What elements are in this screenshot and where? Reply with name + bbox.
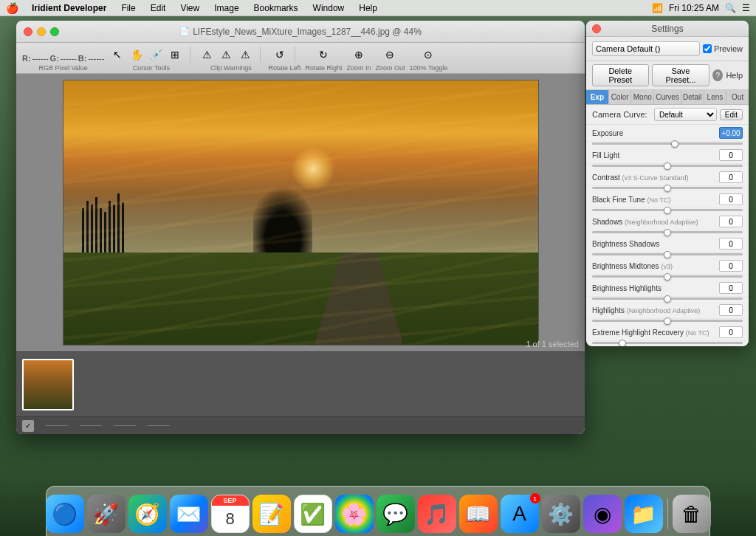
menubar-help[interactable]: Help xyxy=(353,1,383,15)
window-close-button[interactable] xyxy=(24,27,32,36)
dock-item-photos[interactable]: 🌸 xyxy=(335,495,374,533)
slider-thumb-3[interactable] xyxy=(664,207,671,214)
slider-container-5[interactable] xyxy=(586,252,749,258)
slider-thumb-4[interactable] xyxy=(664,229,671,236)
menubar-view[interactable]: View xyxy=(174,1,205,15)
slider-container-8[interactable] xyxy=(586,319,749,324)
rotate-left-button[interactable]: ↺ xyxy=(271,47,289,63)
slider-track-9[interactable] xyxy=(592,342,743,344)
help-button[interactable]: ? xyxy=(712,69,723,81)
menubar-file[interactable]: File xyxy=(115,1,141,15)
slider-value-3[interactable] xyxy=(719,193,743,205)
tab-out[interactable]: Out xyxy=(726,90,749,104)
slider-container-3[interactable] xyxy=(586,208,749,213)
dock-item-sysprefs[interactable]: ⚙️ xyxy=(542,495,580,533)
slider-value-1[interactable] xyxy=(719,149,743,161)
slider-value-7[interactable] xyxy=(719,282,743,294)
clip-warn-3-button[interactable]: ⚠ xyxy=(236,47,254,63)
hand-tool-button[interactable]: ✋ xyxy=(128,47,145,63)
slider-value-6[interactable] xyxy=(719,260,743,272)
slider-track-1[interactable] xyxy=(592,165,743,167)
tab-exp[interactable]: Exp xyxy=(586,90,609,104)
slider-track-5[interactable] xyxy=(592,253,743,255)
slider-value-5[interactable] xyxy=(719,238,743,250)
slider-track-8[interactable] xyxy=(592,320,743,322)
camera-edit-button[interactable]: Edit xyxy=(720,109,743,120)
slider-thumb-2[interactable] xyxy=(664,185,671,192)
arrow-tool-button[interactable]: ↖ xyxy=(109,47,126,63)
slider-track-2[interactable] xyxy=(592,187,743,189)
clip-warn-1-button[interactable]: ⚠ xyxy=(198,47,216,63)
dock-item-books[interactable]: 📖 xyxy=(459,495,498,533)
apple-menu[interactable]: 🍎 xyxy=(6,2,18,14)
slider-track-6[interactable] xyxy=(592,275,743,278)
preset-select[interactable]: Camera Default () xyxy=(592,41,700,56)
slider-value-9[interactable] xyxy=(719,326,743,338)
slider-track-4[interactable] xyxy=(592,231,743,233)
slider-thumb-6[interactable] xyxy=(664,273,671,281)
slider-container-9[interactable] xyxy=(586,341,749,346)
tab-color[interactable]: Color xyxy=(609,90,632,104)
tab-curves[interactable]: Curves xyxy=(654,90,681,104)
dock-item-finder[interactable]: 🔵 xyxy=(46,495,84,533)
dock-item-reminders[interactable]: ✅ xyxy=(294,495,332,533)
tab-detail[interactable]: Detail xyxy=(681,90,704,104)
window-minimize-button[interactable] xyxy=(37,27,46,36)
canvas-area[interactable]: 1 of 1 selected xyxy=(16,74,585,351)
settings-close-button[interactable] xyxy=(592,24,601,33)
slider-container-0[interactable] xyxy=(586,142,749,147)
dock-item-notes[interactable]: 📝 xyxy=(252,495,291,533)
slider-container-7[interactable] xyxy=(586,297,749,302)
slider-container-6[interactable] xyxy=(586,275,749,280)
preview-checkbox[interactable] xyxy=(703,44,712,53)
dock-item-mail[interactable]: ✉️ xyxy=(170,495,208,533)
menubar-image[interactable]: Image xyxy=(208,1,244,15)
dock-item-appstore[interactable]: A1 xyxy=(501,495,539,533)
clip-warn-2-button[interactable]: ⚠ xyxy=(217,47,235,63)
menu-extras-icon[interactable]: ☰ xyxy=(742,3,750,13)
slider-thumb-8[interactable] xyxy=(664,317,671,325)
slider-value-0[interactable] xyxy=(719,127,743,139)
search-icon[interactable]: 🔍 xyxy=(725,3,736,13)
delete-preset-button[interactable]: Delete Preset xyxy=(592,64,649,86)
slider-container-1[interactable] xyxy=(586,164,749,169)
bottom-icon-1[interactable]: ✓ xyxy=(22,420,34,432)
dock-item-music[interactable]: 🎵 xyxy=(418,495,456,533)
rotate-right-button[interactable]: ↻ xyxy=(315,47,332,63)
menubar-edit[interactable]: Edit xyxy=(145,1,172,15)
camera-curve-select[interactable]: Default xyxy=(654,108,717,121)
slider-value-8[interactable] xyxy=(719,304,743,316)
dock-item-safari[interactable]: 🧭 xyxy=(128,495,167,533)
slider-container-4[interactable] xyxy=(586,230,749,236)
slider-thumb-1[interactable] xyxy=(664,162,671,170)
dock-item-messages[interactable]: 💬 xyxy=(377,495,415,533)
wifi-icon[interactable]: 📶 xyxy=(652,3,663,13)
slider-track-3[interactable] xyxy=(592,209,743,211)
dock-item-calendar[interactable]: SEP 8 xyxy=(211,495,250,533)
zoom-in-button[interactable]: ⊕ xyxy=(350,47,368,63)
crop-tool-button[interactable]: ⊞ xyxy=(166,47,184,63)
zoom-out-button[interactable]: ⊖ xyxy=(381,47,399,63)
slider-track-7[interactable] xyxy=(592,298,743,300)
dock-item-launchpad[interactable]: 🚀 xyxy=(87,495,126,533)
dock-item-trash[interactable]: 🗑 xyxy=(673,495,711,533)
eyedropper-tool-button[interactable]: 💉 xyxy=(147,47,165,63)
slider-container-2[interactable] xyxy=(586,186,749,191)
menubar-window[interactable]: Window xyxy=(307,1,351,15)
dock-item-iridient[interactable]: ◉ xyxy=(583,495,622,533)
filmstrip-thumb-1[interactable] xyxy=(22,359,74,410)
slider-value-2[interactable] xyxy=(719,171,743,183)
menubar-bookmarks[interactable]: Bookmarks xyxy=(248,1,304,15)
window-maximize-button[interactable] xyxy=(50,27,59,36)
tab-lens[interactable]: Lens xyxy=(704,90,727,104)
dock-item-finder2[interactable]: 📁 xyxy=(625,495,663,533)
save-preset-button[interactable]: Save Preset... xyxy=(652,64,710,86)
slider-track-0[interactable] xyxy=(592,142,743,145)
menubar-app-name[interactable]: Iridient Developer xyxy=(26,1,112,15)
slider-thumb-5[interactable] xyxy=(664,251,671,258)
slider-value-4[interactable] xyxy=(719,216,743,227)
slider-thumb-9[interactable] xyxy=(619,340,626,347)
toggle-button[interactable]: ⊙ xyxy=(419,47,437,63)
tab-mono[interactable]: Mono xyxy=(631,90,654,104)
slider-thumb-0[interactable] xyxy=(671,140,678,148)
